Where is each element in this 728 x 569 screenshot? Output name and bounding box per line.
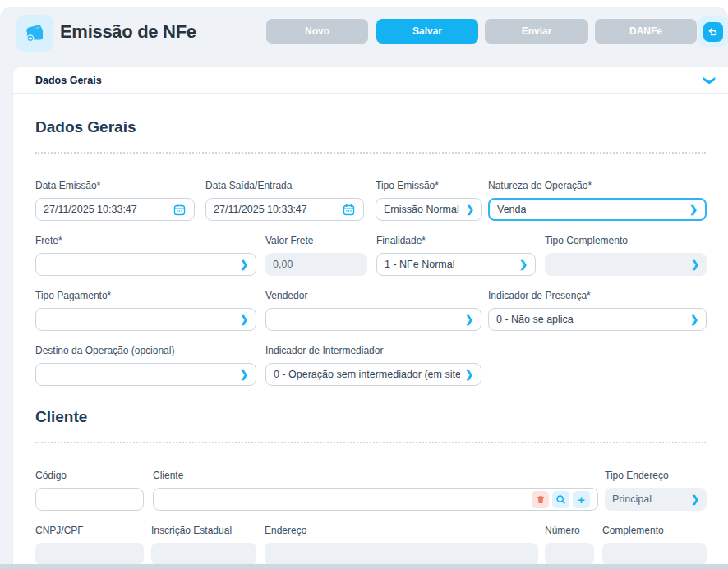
field-label: Vendedor — [265, 290, 481, 301]
field-destino-operacao: Destino da Operação (opcional) ❯ — [35, 345, 256, 386]
chevron-right-icon: ❯ — [460, 369, 473, 380]
numero-input — [545, 543, 594, 566]
accordion-dados-gerais[interactable]: Dados Gerais ❯ — [13, 67, 728, 94]
field-label: Finalidade* — [376, 235, 536, 246]
divider — [35, 152, 706, 154]
tipo-endereco-select[interactable]: Principal ❯ — [605, 488, 707, 511]
field-indicador-presenca: Indicador de Presença* 0 - Não se aplica… — [488, 290, 707, 331]
field-tipo-pagamento: Tipo Pagamento* ❯ — [35, 290, 256, 331]
chevron-right-icon: ❯ — [460, 314, 473, 325]
section-heading-dados-gerais: Dados Gerais — [35, 118, 136, 136]
cnpj-cpf-input — [35, 543, 144, 566]
chevron-right-icon: ❯ — [685, 314, 698, 325]
field-tipo-complemento: Tipo Complemento ❯ — [545, 235, 707, 276]
novo-button[interactable]: Novo — [266, 19, 368, 44]
field-data-emissao: Data Emissão* 27/11/2025 10:33:47 — [35, 180, 195, 221]
data-saida-input[interactable]: 27/11/2025 10:33:47 — [205, 198, 364, 221]
field-label: Data Saída/Entrada — [205, 180, 364, 191]
bottom-divider — [0, 564, 728, 569]
chevron-right-icon: ❯ — [235, 369, 248, 380]
field-label: Indicador de Intermediador — [265, 345, 481, 356]
danfe-button[interactable]: DANFe — [595, 19, 697, 44]
field-label: Tipo Pagamento* — [35, 290, 256, 301]
field-label: CNPJ/CPF — [35, 525, 144, 536]
chevron-right-icon: ❯ — [686, 259, 699, 270]
chevron-right-icon: ❯ — [514, 259, 528, 270]
field-cliente: Cliente + — [153, 470, 598, 511]
field-label: Endereço — [265, 525, 538, 536]
natureza-operacao-select[interactable]: Venda ❯ — [488, 198, 707, 221]
field-data-saida: Data Saída/Entrada 27/11/2025 10:33:47 — [205, 180, 364, 221]
plus-icon[interactable]: + — [573, 491, 590, 508]
chevron-right-icon: ❯ — [235, 259, 248, 270]
field-numero: Número — [545, 525, 594, 566]
field-label: Tipo Complemento — [545, 235, 707, 246]
field-label: Destino da Operação (opcional) — [35, 345, 256, 356]
form-card: Dados Gerais ❯ Dados Gerais Data Emissão… — [13, 67, 728, 569]
field-label: Natureza de Operação* — [488, 180, 707, 191]
nfe-emission-page: Emissão de NFe Novo Salvar Enviar DANFe … — [0, 0, 728, 569]
field-label: Frete* — [35, 235, 256, 246]
complemento-input — [602, 543, 707, 566]
field-inscricao-estadual: Inscrição Estadual — [151, 525, 256, 566]
field-label: Complemento — [602, 525, 707, 536]
section-heading-cliente: Cliente — [35, 408, 87, 426]
salvar-button[interactable]: Salvar — [376, 19, 478, 44]
field-label: Código — [35, 470, 144, 481]
calendar-icon[interactable] — [342, 203, 356, 217]
trash-icon[interactable] — [532, 491, 549, 508]
destino-operacao-select[interactable]: ❯ — [35, 363, 256, 386]
indicador-presenca-select[interactable]: 0 - Não se aplica ❯ — [488, 308, 707, 331]
vendedor-select[interactable]: ❯ — [265, 308, 481, 331]
field-label: Número — [545, 525, 594, 536]
field-vendedor: Vendedor ❯ — [265, 290, 481, 331]
field-frete: Frete* ❯ — [35, 235, 256, 276]
undo-icon — [703, 22, 723, 42]
frete-select[interactable]: ❯ — [35, 253, 256, 276]
tipo-emissao-select[interactable]: Emissão Normal ❯ — [376, 198, 482, 221]
field-indicador-intermediador: Indicador de Intermediador 0 - Operação … — [265, 345, 481, 386]
field-label: Tipo Endereço — [605, 470, 707, 481]
field-finalidade: Finalidade* 1 - NFe Normal ❯ — [376, 235, 536, 276]
field-endereco: Endereço — [265, 525, 538, 566]
finalidade-select[interactable]: 1 - NFe Normal ❯ — [376, 253, 536, 276]
field-label: Valor Frete — [265, 235, 367, 246]
field-label: Tipo Emissão* — [376, 180, 482, 191]
divider — [35, 442, 706, 443]
valor-frete-input: 0,00 — [265, 253, 367, 276]
field-label: Data Emissão* — [35, 180, 195, 191]
chevron-right-icon: ❯ — [684, 204, 698, 215]
field-label: Cliente — [153, 470, 598, 481]
indicador-intermediador-select[interactable]: 0 - Operação sem intermediador (em site … — [265, 363, 481, 386]
field-valor-frete: Valor Frete 0,00 — [265, 235, 367, 276]
codigo-input[interactable] — [35, 488, 144, 511]
page-title: Emissão de NFe — [60, 21, 196, 43]
undo-button[interactable] — [698, 16, 728, 47]
accordion-title: Dados Gerais — [35, 75, 102, 86]
field-tipo-emissao: Tipo Emissão* Emissão Normal ❯ — [376, 180, 482, 221]
tipo-pagamento-select[interactable]: ❯ — [35, 308, 256, 331]
tipo-complemento-select: ❯ — [545, 253, 707, 276]
field-complemento: Complemento — [602, 525, 707, 566]
cliente-input[interactable]: + — [153, 488, 598, 511]
chevron-right-icon: ❯ — [235, 314, 248, 325]
search-icon[interactable] — [552, 491, 569, 508]
chevron-right-icon: ❯ — [686, 493, 699, 505]
wallet-icon — [16, 15, 53, 52]
data-emissao-input[interactable]: 27/11/2025 10:33:47 — [35, 198, 195, 221]
field-codigo: Código — [35, 470, 144, 511]
chevron-down-icon[interactable]: ❯ — [703, 76, 716, 85]
calendar-icon[interactable] — [173, 203, 187, 217]
field-label: Inscrição Estadual — [151, 525, 256, 536]
endereco-input — [265, 543, 538, 566]
inscricao-estadual-input — [151, 543, 256, 566]
enviar-button[interactable]: Enviar — [485, 19, 588, 44]
field-tipo-endereco: Tipo Endereço Principal ❯ — [605, 470, 707, 511]
field-cnpj-cpf: CNPJ/CPF — [35, 525, 144, 566]
chevron-right-icon: ❯ — [461, 204, 474, 215]
field-label: Indicador de Presença* — [488, 290, 707, 301]
field-natureza-operacao: Natureza de Operação* Venda ❯ — [488, 180, 707, 221]
